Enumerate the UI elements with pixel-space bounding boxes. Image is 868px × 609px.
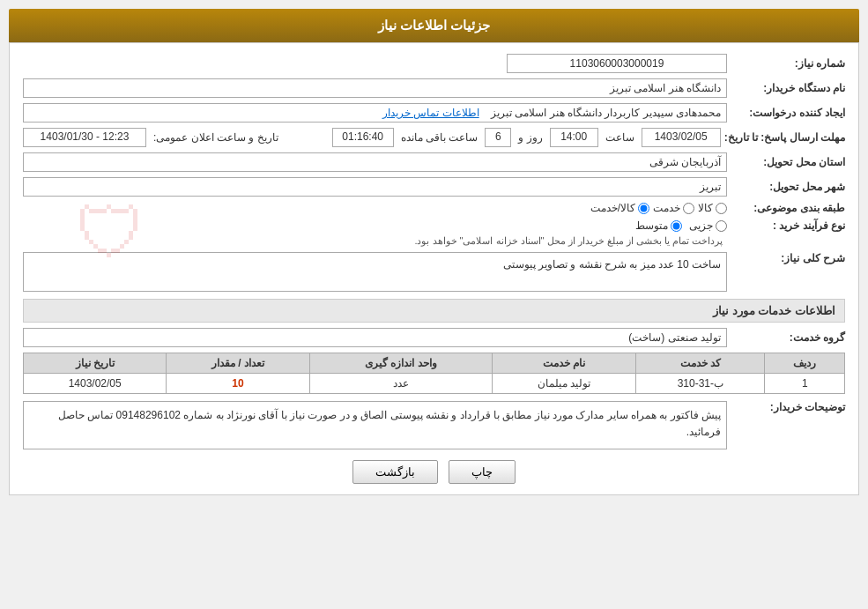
deadline-time: 14:00 (550, 128, 598, 147)
col-qty: تعداد / مقدار (167, 353, 309, 374)
category-label: طبقه بندی موضوعی: (731, 202, 845, 214)
radio-kala[interactable] (716, 203, 727, 214)
services-title: اطلاعات خدمات مورد نیاز (23, 299, 845, 323)
creator-row: ایجاد کننده درخواست: محمدهادی سیپدیر کار… (23, 103, 845, 123)
deadline-row: مهلت ارسال پاسخ: تا تاریخ: 1403/02/05 سا… (23, 128, 845, 147)
description-value: ساخت 10 عدد میز به شرح نقشه و تصاویر پیو… (23, 252, 727, 292)
process-note: پرداخت تمام یا بخشی از مبلغ خریدار از مح… (23, 235, 727, 247)
category-row: طبقه بندی موضوعی: کالا خدمت کالا/خدمت (23, 202, 845, 214)
creator-value: محمدهادی سیپدیر کاربردار دانشگاه هنر اسل… (23, 103, 727, 123)
shenase-label: شماره نیاز: (731, 57, 845, 70)
process-row: 🛡 نوع فرآیند خرید : جزیی متوسط پرداخت تم… (23, 219, 845, 247)
services-table: ردیف کد خدمت نام خدمت واحد اندازه گیری ت… (23, 353, 845, 394)
deadline-date: 1403/02/05 (642, 128, 721, 147)
col-name: نام خدمت (493, 353, 636, 374)
city-label: شهر محل تحویل: (731, 181, 845, 193)
radio-kala-khedmat[interactable] (638, 203, 649, 214)
radio-kala-khedmat-label: کالا/خدمت (590, 202, 635, 214)
buyer-org-row: نام دستگاه خریدار: دانشگاه هنر اسلامی تب… (23, 78, 845, 98)
cell-unit: عدد (309, 374, 493, 394)
shenase-row: شماره نیاز: 1103060003000019 (23, 54, 845, 73)
print-button[interactable]: چاپ (449, 460, 516, 484)
back-button[interactable]: بازگشت (352, 460, 438, 484)
description-label: شرح کلی نیاز: (731, 252, 845, 264)
radio-motawaset-label: متوسط (635, 219, 668, 232)
radio-jozii[interactable] (716, 220, 727, 232)
cell-code: ب-31-310 (636, 374, 765, 394)
service-group-row: گروه خدمت: تولید صنعتی (ساخت) (23, 328, 845, 347)
page-header: جزئیات اطلاعات نیاز (9, 9, 859, 42)
process-label: نوع فرآیند خرید : (731, 219, 845, 232)
col-row: ردیف (765, 353, 845, 374)
cell-row: 1 (765, 374, 845, 394)
service-group-value: تولید صنعتی (ساخت) (23, 328, 727, 347)
city-row: شهر محل تحویل: تبریز (23, 177, 845, 197)
deadline-day-label: روز و (518, 131, 542, 144)
cell-date: 1403/02/05 (24, 374, 167, 394)
radio-kala-label: کالا (698, 202, 713, 214)
buyer-notes-row: توضیحات خریدار: پیش فاکتور به همراه سایر… (23, 401, 845, 449)
cell-qty: 10 (167, 374, 309, 394)
header-title: جزئیات اطلاعات نیاز (378, 18, 490, 33)
announce-label: تاریخ و ساعت اعلان عمومی: (153, 131, 278, 144)
description-row: شرح کلی نیاز: ساخت 10 عدد میز به شرح نقش… (23, 252, 845, 292)
radio-khedmat-item: خدمت (653, 202, 694, 214)
buyer-notes-label: توضیحات خریدار: (731, 401, 845, 413)
radio-jozii-item: جزیی (689, 219, 727, 232)
col-code: کد خدمت (636, 353, 765, 374)
deadline-time-label: ساعت (605, 131, 634, 144)
buyer-org-value: دانشگاه هنر اسلامی تبریز (23, 78, 727, 98)
button-row: بازگشت چاپ (23, 460, 845, 484)
radio-khedmat[interactable] (683, 203, 694, 214)
deadline-remain-label: ساعت باقی مانده (401, 131, 479, 144)
radio-jozii-label: جزیی (689, 219, 713, 232)
service-group-label: گروه خدمت: (731, 331, 845, 344)
col-date: تاریخ نیاز (24, 353, 167, 374)
cell-name: تولید میلمان (493, 374, 636, 394)
radio-khedmat-label: خدمت (653, 202, 680, 214)
deadline-remain: 01:16:40 (332, 128, 394, 147)
deadline-days: 6 (485, 128, 511, 147)
table-row: 1 ب-31-310 تولید میلمان عدد 10 1403/02/0… (24, 374, 845, 394)
col-unit: واحد اندازه گیری (309, 353, 493, 374)
creator-text: محمدهادی سیپدیر کاربردار دانشگاه هنر اسل… (491, 107, 721, 119)
buyer-notes-value: پیش فاکتور به همراه سایر مدارک مورد نیاز… (23, 401, 727, 449)
radio-motawaset-item: متوسط (635, 219, 682, 232)
announce-value: 1403/01/30 - 12:23 (23, 128, 146, 147)
province-label: استان محل تحویل: (731, 156, 845, 168)
shenase-value: 1103060003000019 (507, 54, 727, 73)
city-value: تبریز (23, 177, 727, 197)
radio-kala-khedmat-item: کالا/خدمت (590, 202, 649, 214)
radio-kala-item: کالا (698, 202, 727, 214)
buyer-org-label: نام دستگاه خریدار: (731, 82, 845, 94)
province-value: آذربایجان شرقی (23, 152, 727, 172)
creator-label: ایجاد کننده درخواست: (731, 107, 845, 119)
radio-motawaset[interactable] (671, 220, 682, 232)
creator-link[interactable]: اطلاعات تماس خریدار (382, 107, 479, 119)
province-row: استان محل تحویل: آذربایجان شرقی (23, 152, 845, 172)
deadline-label: مهلت ارسال پاسخ: تا تاریخ: (724, 131, 845, 144)
